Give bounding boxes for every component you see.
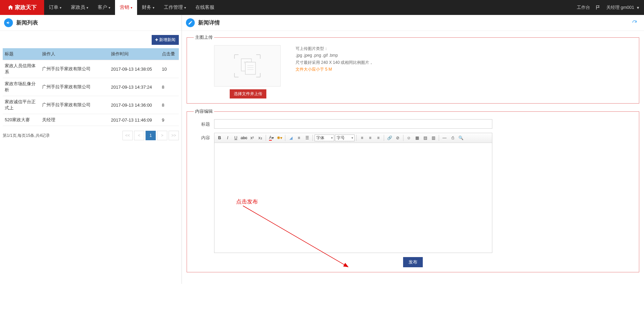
image-icon[interactable]: ▦ bbox=[413, 134, 421, 142]
editor-toolbar: B I U abc x² x₂ A▾ ✺▾ ◢ bbox=[214, 133, 492, 143]
pager-last[interactable]: >> bbox=[169, 131, 179, 140]
news-detail-panel: 新闻详情 主图上传 NEW bbox=[182, 15, 644, 284]
upload-button[interactable]: 选择文件并上传 bbox=[230, 89, 266, 98]
ordered-list-icon[interactable]: ≡ bbox=[295, 134, 303, 142]
underline-icon[interactable]: U bbox=[232, 134, 240, 142]
clear-format-icon[interactable]: ◢ bbox=[287, 134, 295, 142]
refresh-icon[interactable] bbox=[632, 20, 640, 26]
table-icon[interactable]: ▤ bbox=[421, 134, 429, 142]
logo[interactable]: 家政天下 bbox=[0, 0, 44, 15]
content-textarea[interactable] bbox=[214, 143, 492, 252]
news-list-title: 新闻列表 bbox=[16, 19, 38, 26]
upload-preview[interactable]: NEW bbox=[214, 45, 281, 87]
top-nav: 家政天下 订单▾ 家政员▾ 客户▾ 营销▾ 财务▾ 工作管理▾ 在线客服 工作台… bbox=[0, 0, 644, 15]
nav-support[interactable]: 在线客服 bbox=[191, 0, 219, 15]
add-news-button[interactable]: 新增新闻 bbox=[152, 35, 179, 45]
content-label: 内容 bbox=[194, 133, 214, 141]
pager-page-1[interactable]: 1 bbox=[146, 131, 156, 140]
pager: << < 1 > >> bbox=[122, 131, 179, 140]
house-icon bbox=[7, 4, 14, 11]
upload-legend: 主图上传 bbox=[194, 34, 214, 40]
new-file-icon: NEW bbox=[234, 54, 261, 78]
upload-info: 可上传图片类型： .jpg .jpeg .png .gif .bmp 尺寸最好采… bbox=[296, 45, 373, 73]
bg-color-icon[interactable]: ✺▾ bbox=[276, 134, 283, 142]
col-operator[interactable]: 操作人 bbox=[40, 48, 109, 60]
font-family-select[interactable]: 字体 bbox=[315, 134, 334, 141]
rich-editor: B I U abc x² x₂ A▾ ✺▾ ◢ bbox=[214, 133, 492, 253]
pager-next[interactable]: > bbox=[157, 131, 167, 140]
upload-fieldset: 主图上传 NEW 选择文件并上传 bbox=[187, 34, 639, 104]
bold-icon[interactable]: B bbox=[216, 134, 223, 142]
nav-customers[interactable]: 客户▾ bbox=[93, 0, 115, 15]
align-left-icon[interactable]: ≡ bbox=[358, 134, 366, 142]
nav-workmgmt[interactable]: 工作管理▾ bbox=[159, 0, 191, 15]
superscript-icon[interactable]: x² bbox=[248, 134, 256, 142]
pencil-icon bbox=[186, 18, 195, 27]
table-row[interactable]: 家政市场乱像分析广州手拉手家政有限公司2017-09-13 14:37:248 bbox=[3, 78, 179, 96]
nav-items: 订单▾ 家政员▾ 客户▾ 营销▾ 财务▾ 工作管理▾ 在线客服 bbox=[44, 0, 219, 15]
table-row[interactable]: 520家政大赛关经理2017-07-13 11:46:099 bbox=[3, 114, 179, 126]
pager-prev[interactable]: < bbox=[134, 131, 144, 140]
col-hits[interactable]: 点击量 bbox=[160, 48, 179, 60]
hr-icon[interactable]: — bbox=[441, 134, 448, 142]
nav-finance[interactable]: 财务▾ bbox=[137, 0, 159, 15]
align-right-icon[interactable]: ≡ bbox=[375, 134, 382, 142]
flag-icon[interactable] bbox=[595, 5, 601, 10]
svg-rect-2 bbox=[245, 62, 255, 74]
emoji-icon[interactable]: ☺ bbox=[405, 134, 413, 142]
table-row[interactable]: 家政人员信用体系广州手拉手家政有限公司2017-09-13 14:38:0510 bbox=[3, 60, 179, 78]
nav-right: 工作台 关经理 gm001▾ bbox=[577, 0, 644, 15]
col-time[interactable]: 操作时间 bbox=[109, 48, 160, 60]
news-list-panel: 新闻列表 新增新闻 标题 操作人 操作时间 点击量 家政人员信用体系广州手拉手家… bbox=[0, 15, 182, 284]
news-list-header: 新闻列表 bbox=[0, 15, 182, 31]
content-fieldset: 内容编辑 标题 内容 B I U abc bbox=[187, 108, 639, 272]
font-color-icon[interactable]: A▾ bbox=[268, 134, 275, 142]
link-icon[interactable]: 🔗 bbox=[386, 134, 393, 142]
font-size-select[interactable]: 字号 bbox=[335, 134, 355, 141]
pager-info: 第1/1页,每页15条,共4记录 bbox=[3, 133, 50, 139]
workbench-link[interactable]: 工作台 bbox=[577, 4, 590, 11]
table-row[interactable]: 家政诚信平台正式上广州手拉手家政有限公司2017-09-13 14:36:008 bbox=[3, 96, 179, 114]
content-legend: 内容编辑 bbox=[194, 108, 214, 114]
nav-orders[interactable]: 订单▾ bbox=[44, 0, 66, 15]
news-table: 标题 操作人 操作时间 点击量 家政人员信用体系广州手拉手家政有限公司2017-… bbox=[3, 48, 179, 126]
italic-icon[interactable]: I bbox=[224, 134, 231, 142]
print-icon[interactable]: ⎙ bbox=[449, 134, 456, 142]
video-icon[interactable]: ▥ bbox=[430, 134, 437, 142]
nav-marketing[interactable]: 营销▾ bbox=[115, 0, 137, 15]
source-icon[interactable]: 🔍 bbox=[457, 134, 465, 142]
nav-staff[interactable]: 家政员▾ bbox=[66, 0, 93, 15]
strike-icon[interactable]: abc bbox=[240, 134, 248, 142]
unlink-icon[interactable]: ⊘ bbox=[394, 134, 401, 142]
unordered-list-icon[interactable]: ☰ bbox=[303, 134, 311, 142]
news-detail-title: 新闻详情 bbox=[198, 19, 220, 26]
logo-text: 家政天下 bbox=[15, 4, 37, 11]
title-label: 标题 bbox=[194, 119, 214, 127]
megaphone-icon bbox=[4, 18, 13, 27]
user-menu[interactable]: 关经理 gm001▾ bbox=[606, 4, 639, 11]
col-title[interactable]: 标题 bbox=[3, 48, 40, 60]
pager-first[interactable]: << bbox=[122, 131, 133, 140]
publish-button[interactable]: 发布 bbox=[403, 257, 423, 267]
title-input[interactable] bbox=[214, 119, 492, 129]
align-center-icon[interactable]: ≡ bbox=[366, 134, 374, 142]
subscript-icon[interactable]: x₂ bbox=[257, 134, 264, 142]
news-detail-header: 新闻详情 bbox=[182, 15, 644, 31]
annotation-label: 点击发布 bbox=[236, 198, 258, 205]
